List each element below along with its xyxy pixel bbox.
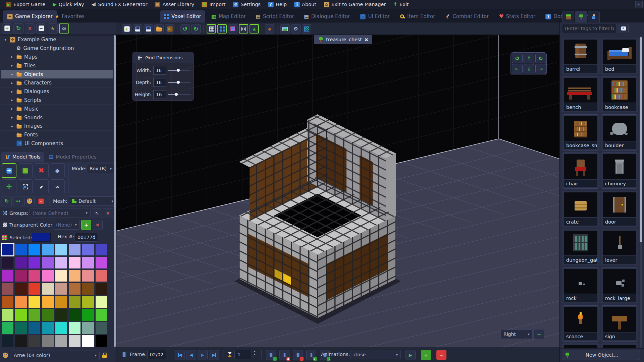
object-card-boulder[interactable]: boulder (601, 114, 638, 150)
remove-frame-button[interactable]: − (293, 350, 303, 360)
menu-item-about[interactable]: iAbout (291, 1, 319, 8)
tab-tiles[interactable] (562, 11, 574, 22)
left-scrollbar[interactable] (114, 35, 116, 347)
play-animation-button[interactable]: ▶ (406, 350, 416, 360)
tree-item-ui-components[interactable]: ◳UI Components (1, 139, 113, 148)
palette-swatch[interactable] (42, 309, 54, 321)
remove-frame-button[interactable]: − (36, 196, 46, 206)
menu-item-quick-play[interactable]: ▶Quick Play (50, 1, 87, 8)
palette-swatch[interactable] (29, 244, 40, 255)
wait-spinner[interactable]: ▴▾ (254, 350, 256, 356)
palette-swatch[interactable] (42, 335, 54, 347)
chevron-right-icon[interactable]: ▸ (10, 72, 14, 76)
slider-knob[interactable] (177, 69, 180, 72)
settings-button[interactable]: ⚙ (291, 24, 301, 34)
undo-button[interactable]: ↺ (180, 24, 190, 34)
palette-swatch[interactable] (55, 257, 67, 268)
palette-swatch[interactable] (55, 244, 67, 255)
attach-voxels-tool[interactable]: + (2, 163, 16, 178)
palette-swatch[interactable] (69, 322, 80, 334)
transparent-colors-select[interactable]: (None)▾ (53, 220, 80, 230)
palette-swatch[interactable] (15, 335, 27, 347)
redo-button[interactable]: ↻ (191, 24, 201, 34)
palette-swatch[interactable] (55, 283, 67, 295)
palette-swatch[interactable] (29, 257, 40, 268)
object-card-rock_large[interactable]: rock_large (601, 267, 638, 303)
tab-stats-editor[interactable]: ♥Stats Editor (495, 10, 539, 22)
palette-swatch[interactable] (2, 296, 13, 308)
palette-swatch[interactable] (42, 270, 54, 282)
tree-item-tiles[interactable]: ▸Tiles (1, 61, 113, 70)
object-card-door[interactable]: door (601, 191, 638, 227)
chevron-right-icon[interactable]: ▸ (10, 55, 14, 59)
palette-swatch[interactable] (55, 335, 67, 347)
object-card-bench[interactable]: bench (562, 76, 599, 112)
chevron-right-icon[interactable]: ▸ (10, 124, 14, 128)
play-button[interactable]: ▶ (198, 350, 208, 360)
palette-swatch[interactable] (2, 244, 13, 255)
walls-toggle[interactable] (239, 24, 248, 34)
palette-swatch[interactable] (29, 296, 40, 308)
palette-select[interactable]: Arne (64 color)▾ (11, 351, 100, 360)
prev-frame-button[interactable]: ◀ (186, 350, 196, 360)
palette-swatch[interactable] (42, 296, 54, 308)
palette-swatch[interactable] (2, 270, 13, 282)
palette-swatch[interactable] (15, 270, 27, 282)
paint-voxels-tool[interactable]: ✎ (18, 163, 33, 178)
tree-item-maps[interactable]: ▸Maps (1, 53, 113, 62)
menu-item-settings[interactable]: ⚙Settings (230, 1, 263, 8)
palette-swatch[interactable] (42, 257, 54, 268)
palette-swatch[interactable] (96, 309, 107, 321)
object-card-sconce[interactable]: sconce (562, 305, 599, 342)
mesh-select[interactable]: Default▾ (69, 196, 116, 206)
new-resource-button[interactable]: + (2, 23, 12, 34)
palette-swatch[interactable] (69, 270, 80, 282)
palette-swatch[interactable] (2, 322, 13, 334)
tab-characters[interactable] (588, 11, 600, 22)
menu-item-exit[interactable]: ↑Exit (390, 1, 412, 8)
rotate-ccw-button[interactable]: ↺ (512, 54, 523, 63)
tree-item-example-game[interactable]: ▾✛Example Game (1, 36, 113, 44)
palette-swatch[interactable] (69, 309, 80, 321)
recolor-button[interactable] (24, 196, 35, 206)
object-card-sign[interactable]: sign (601, 305, 638, 342)
menu-item-sound-fx-generator[interactable]: ◀)Sound FX Generator (89, 1, 151, 8)
slider-knob[interactable] (175, 93, 178, 96)
object-card-chimney[interactable]: chimney (601, 153, 638, 189)
dimension-input[interactable]: 16 (153, 78, 166, 87)
palette-swatch[interactable] (82, 296, 94, 308)
menu-item-help[interactable]: ?Help (265, 1, 290, 8)
palette-swatch[interactable] (15, 296, 27, 308)
tree-item-objects[interactable]: ▸Objects (1, 70, 113, 79)
remove-transparent-color-button[interactable]: ✖ (93, 220, 103, 230)
dimension-input[interactable]: 16 (153, 90, 166, 99)
tab-map-editor[interactable]: ▦Map Editor (208, 10, 250, 22)
tab-script-editor[interactable]: ▤Script Editor (252, 10, 298, 22)
shift-frame-left-button[interactable]: ← (306, 350, 316, 360)
menu-item-export-game[interactable]: ▶Export Game (3, 1, 48, 8)
palette-swatch[interactable] (2, 335, 13, 347)
palette-swatch[interactable] (82, 283, 94, 295)
delete-button[interactable]: ✖ (25, 23, 35, 34)
rotate-cw-button[interactable]: ↻ (535, 54, 546, 63)
tab-model-tools[interactable]: Model Tools (1, 152, 44, 162)
new-object-button[interactable]: New Object... (562, 350, 640, 360)
palette-swatch[interactable] (42, 322, 54, 334)
viewport-3d[interactable]: treasure_chest ✖ Grid Dimensions Width:1… (116, 35, 559, 347)
resize-tool[interactable]: ✛ (2, 179, 16, 194)
palette-swatch[interactable] (55, 309, 67, 321)
palette-swatch[interactable] (42, 244, 54, 255)
tab-voxel-editor[interactable]: Voxel Editor (160, 10, 205, 22)
object-card-dungeon_gate[interactable]: dungeon_gate (562, 229, 599, 265)
object-card-bookcase_sma[interactable]: bookcase_sma (562, 114, 599, 150)
close-icon[interactable]: ✖ (365, 37, 368, 42)
palette-swatch[interactable] (29, 270, 40, 282)
palette-swatch[interactable] (96, 296, 107, 308)
palette-swatch[interactable] (55, 322, 67, 334)
collapse-all-button[interactable]: − (36, 23, 46, 34)
library-scrollbar[interactable] (640, 37, 642, 242)
object-card-bed[interactable]: bed (601, 38, 638, 74)
tab-favorites[interactable]: ★Favorites (50, 10, 89, 22)
tab-item-editor[interactable]: Item Editor (396, 10, 439, 22)
skip-start-button[interactable]: ◀ (175, 350, 185, 360)
